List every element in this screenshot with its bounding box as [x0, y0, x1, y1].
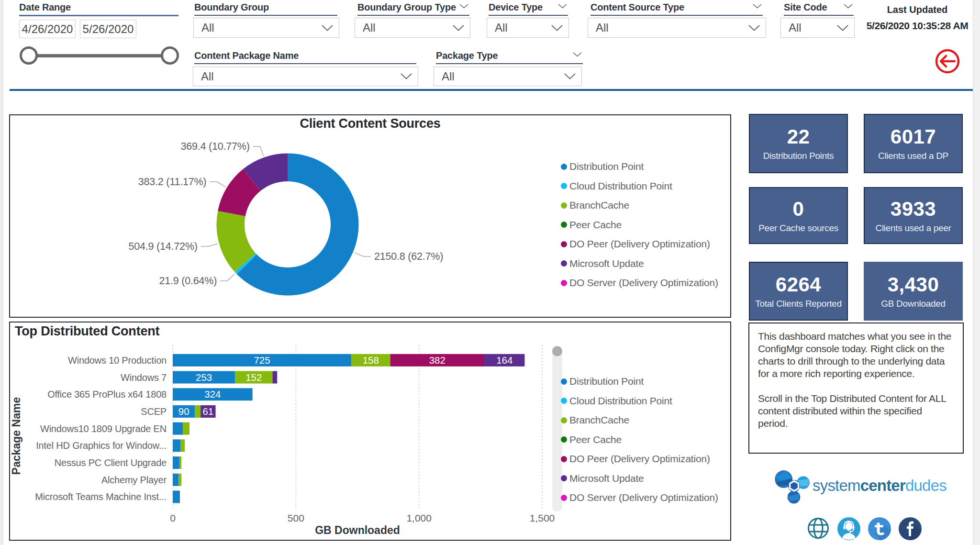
legend-item-cdp[interactable]: Cloud Distribution Point: [561, 391, 718, 411]
package-type-label: Package Type: [436, 50, 498, 61]
boundary-group-value: All: [201, 21, 214, 34]
chevron-down-icon[interactable]: [844, 4, 853, 9]
back-button[interactable]: [935, 49, 960, 74]
device-type-label: Device Type: [489, 2, 543, 13]
y-axis-title: Package Name: [10, 397, 22, 475]
content-package-name-dropdown[interactable]: All: [193, 67, 418, 86]
info-paragraph-2: Scroll in the Top Distributed Content fo…: [758, 392, 954, 430]
back-arrow-icon: [935, 49, 960, 74]
date-range-header: Date Range: [19, 2, 178, 16]
kpi-value: 6017: [891, 127, 936, 147]
last-updated-label: Last Updated: [855, 4, 980, 15]
legend-item-cdp[interactable]: Cloud Distribution Point: [561, 177, 718, 196]
donut-slice-label: 21.9 (0.64%): [159, 275, 217, 287]
bar-segment-dp[interactable]: [173, 423, 183, 435]
legend-dot: [561, 495, 567, 501]
boundary-group-type-dropdown[interactable]: All: [355, 18, 470, 38]
site-code-dropdown[interactable]: All: [780, 18, 855, 38]
content-source-type-dropdown[interactable]: All: [588, 18, 766, 38]
chevron-down-icon[interactable]: [558, 4, 567, 9]
legend-item-dos[interactable]: DO Server (Delivery Optimization): [561, 273, 718, 293]
donut-slice-label: 504.9 (14.72%): [129, 241, 198, 252]
date-slider-handle-end[interactable]: [161, 46, 179, 65]
legend-label: Peer Cache: [569, 434, 622, 445]
legend-item-pc[interactable]: Peer Cache: [561, 215, 718, 235]
chevron-down-icon[interactable]: [573, 52, 582, 57]
kpi-label: Clients used a DP: [878, 151, 948, 160]
package-type-dropdown[interactable]: All: [434, 67, 582, 86]
bar-category-label: Windows 7: [121, 372, 167, 383]
bar-value-label: 152: [245, 372, 262, 383]
boundary-group-header: Boundary Group: [194, 2, 337, 16]
legend-item-dp[interactable]: Distribution Point: [561, 157, 718, 177]
bar-segment-dp[interactable]: [173, 490, 180, 503]
bar-segment-bc[interactable]: [183, 423, 189, 435]
legend-dot: [561, 183, 567, 189]
bar-category-label: Office 365 ProPlus x64 1808: [47, 389, 167, 400]
chevron-down-icon[interactable]: [753, 4, 762, 9]
bar-category-label: Windows 10 Production: [68, 355, 167, 366]
legend-item-dp[interactable]: Distribution Point: [561, 372, 718, 391]
legend-item-dop[interactable]: DO Peer (Delivery Optimization): [561, 234, 718, 254]
legend-item-pc[interactable]: Peer Cache: [561, 430, 718, 450]
bar-segment-bc[interactable]: [179, 456, 181, 469]
boundary-group-dropdown[interactable]: All: [193, 18, 339, 38]
legend-item-mu[interactable]: Microsoft Update: [561, 469, 718, 489]
donut-label-leader-line: [210, 182, 225, 187]
donut-label-leader-line: [201, 244, 218, 246]
logo-text-center: center: [860, 477, 905, 494]
twitter-link[interactable]: [868, 517, 891, 540]
kpi-value: 22: [787, 127, 810, 147]
date-slider-track[interactable]: [29, 54, 170, 57]
support-link[interactable]: [837, 517, 860, 540]
date-start-box[interactable]: [19, 20, 76, 38]
donut-slice-label: 369.4 (10.77%): [181, 141, 250, 152]
boundary-group-label: Boundary Group: [194, 2, 269, 13]
content-source-type-header: Content Source Type: [590, 2, 763, 16]
twitter-icon: [868, 517, 891, 540]
bar-segment-bc[interactable]: [178, 474, 181, 486]
package-type-header: Package Type: [436, 50, 583, 64]
legend-label: DO Peer (Delivery Optimization): [569, 238, 710, 250]
boundary-group-type-header: Boundary Group Type: [357, 2, 469, 16]
kpi-label: GB Downloaded: [881, 299, 945, 308]
site-code-value: All: [789, 21, 802, 34]
chart-scrollbar-thumb[interactable]: [552, 346, 562, 356]
chevron-down-icon: [401, 73, 412, 79]
bar-segment-mu[interactable]: [272, 371, 277, 384]
page-scrollbar-track[interactable]: [973, 0, 980, 545]
legend-item-bc[interactable]: BranchCache: [561, 411, 718, 430]
legend-label: DO Server (Delivery Optimization): [569, 277, 718, 289]
legend-label: Microsoft Update: [569, 258, 644, 269]
bar-segment-bc[interactable]: [195, 405, 200, 418]
legend-dot: [561, 475, 567, 481]
date-start-input[interactable]: [20, 22, 75, 36]
legend-label: DO Peer (Delivery Optimization): [569, 453, 710, 465]
legend-label: DO Server (Delivery Optimization): [569, 492, 718, 503]
date-end-input[interactable]: [80, 22, 136, 36]
chevron-down-icon: [837, 25, 848, 31]
logo-text-system: system: [813, 477, 860, 494]
bar-segment-dp[interactable]: [173, 474, 178, 486]
legend-item-dop[interactable]: DO Peer (Delivery Optimization): [561, 449, 718, 469]
legend-label: Cloud Distribution Point: [569, 180, 672, 192]
donut-slice-label: 383.2 (11.17%): [138, 176, 207, 188]
device-type-dropdown[interactable]: All: [487, 18, 569, 38]
website-link[interactable]: [807, 517, 829, 539]
x-axis-title: GB Downloaded: [315, 524, 400, 536]
date-slider-handle-start[interactable]: [20, 46, 38, 65]
facebook-link[interactable]: [899, 517, 922, 540]
bar-segment-bc[interactable]: [180, 439, 185, 452]
bar-value-label: 158: [363, 355, 379, 366]
bar-segment-dp[interactable]: [173, 456, 179, 469]
legend-item-dos[interactable]: DO Server (Delivery Optimization): [561, 488, 718, 508]
date-end-box[interactable]: [80, 20, 136, 38]
legend-label: Cloud Distribution Point: [569, 395, 672, 407]
legend-dot: [561, 202, 567, 209]
boundary-group-type-label: Boundary Group Type: [357, 2, 456, 13]
chevron-down-icon[interactable]: [459, 4, 468, 9]
legend-item-bc[interactable]: BranchCache: [561, 196, 718, 215]
legend-item-mu[interactable]: Microsoft Update: [561, 254, 718, 274]
bar-segment-dp[interactable]: [173, 439, 180, 452]
legend-label: BranchCache: [569, 200, 629, 211]
